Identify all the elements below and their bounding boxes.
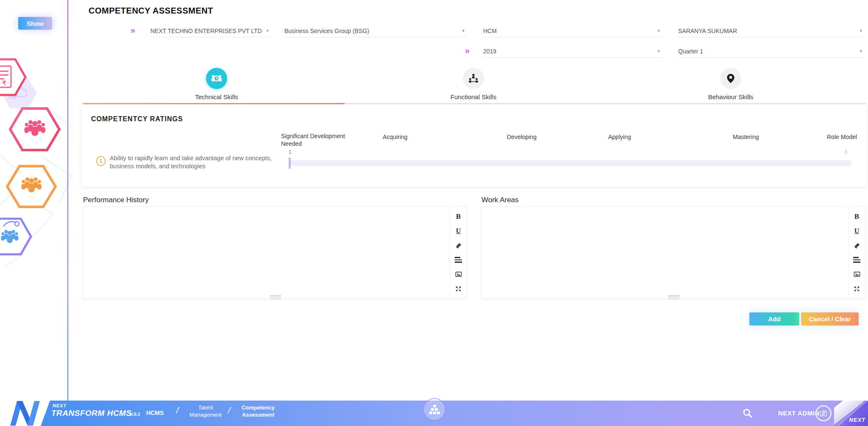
sidebar-divider xyxy=(67,0,68,401)
performance-history-label: Performance History xyxy=(83,196,149,204)
tab-behaviour-skills-label: Behaviour Skills xyxy=(684,93,777,100)
scale-label-role-model: Role Model xyxy=(827,134,857,140)
bold-icon[interactable]: B xyxy=(454,212,463,221)
double-chevron-icon: » xyxy=(131,25,135,35)
work-areas-textarea[interactable] xyxy=(481,207,848,298)
performance-history-editor: B U xyxy=(83,206,467,299)
insert-image-icon[interactable] xyxy=(454,270,463,279)
breadcrumb-competency-assessment[interactable]: Competency Assessment xyxy=(236,404,281,418)
department-select[interactable]: HCM ▾ xyxy=(483,25,662,37)
scale-label-mastering: Mastering xyxy=(733,134,759,140)
add-button[interactable]: Add xyxy=(749,312,799,326)
editor-toolbar: B U xyxy=(848,207,865,298)
editor-resize-handle[interactable] xyxy=(668,295,679,299)
sidebar-hexagon-decorations: ₹ xyxy=(0,51,72,267)
workforce-group-hexagon-icon[interactable] xyxy=(7,166,56,207)
year-select-value: 2019 xyxy=(483,48,496,55)
show-button[interactable]: Show xyxy=(18,17,52,30)
search-icon[interactable] xyxy=(742,407,753,419)
next-logo xyxy=(7,399,46,426)
breadcrumb-hcms[interactable]: HCMS xyxy=(146,409,164,416)
page-title: COMPETENCY ASSESSMENT xyxy=(89,6,213,16)
business-group-select-value: Business Services Group (BSG) xyxy=(284,28,369,34)
quarter-select-value: Quarter 1 xyxy=(678,48,703,55)
chevron-down-icon: ▾ xyxy=(860,48,862,54)
scale-label-significant-development: Significant Development Needed xyxy=(281,132,359,148)
chevron-down-icon: ▾ xyxy=(266,28,269,33)
employee-select-value: SARANYA SUKUMAR xyxy=(678,28,737,34)
quarter-select[interactable]: Quarter 1 ▾ xyxy=(678,45,865,58)
tab-technical-skills[interactable]: Technical Skills xyxy=(170,68,263,100)
camera-off-icon xyxy=(819,409,828,418)
company-select-value: NEXT TECHNO ENTERPRISES PVT LTD xyxy=(150,28,262,34)
align-lines-icon[interactable] xyxy=(852,255,862,265)
apps-menu-button[interactable] xyxy=(423,398,446,421)
tab-behaviour-skills[interactable]: Behaviour Skills xyxy=(684,68,777,100)
insert-image-icon[interactable] xyxy=(852,270,862,279)
expand-icon[interactable] xyxy=(852,284,862,293)
scale-label-acquiring: Acquiring xyxy=(383,134,407,140)
scale-label-applying: Applying xyxy=(608,134,631,140)
breadcrumb-talent-management[interactable]: Talent Management xyxy=(186,404,225,418)
avatar[interactable] xyxy=(815,405,832,421)
eraser-icon[interactable] xyxy=(852,241,862,250)
brand-next-label: NEXT xyxy=(53,403,67,408)
corner-next-label: NEXT xyxy=(849,417,865,423)
underline-icon[interactable]: U xyxy=(852,226,862,236)
double-chevron-icon: » xyxy=(465,46,470,56)
align-lines-icon[interactable] xyxy=(454,255,463,265)
competency-assessment-screen: ₹ Show COMPETENCY ASSESSMENT » NEXT TECH… xyxy=(0,0,868,426)
ratings-heading: COMPETENTCY RATINGS xyxy=(91,115,183,123)
people-clock-icon xyxy=(211,72,223,84)
editor-resize-handle[interactable] xyxy=(270,295,281,299)
brand-title: TRANSFORM HCMS xyxy=(51,409,132,418)
cancel-clear-button[interactable]: Cancel / Clear xyxy=(801,312,859,326)
talent-group-hexagon-icon[interactable] xyxy=(10,109,59,150)
brand-version: V.0.1 xyxy=(130,412,140,417)
tab-technical-skills-label: Technical Skills xyxy=(170,93,263,100)
competency-ratings-card: COMPETENTCY RATINGS Significant Developm… xyxy=(82,104,866,187)
expand-icon[interactable] xyxy=(454,284,463,293)
org-chart-icon xyxy=(468,73,479,84)
rating-item-description: Ability to rapidly learn and take advant… xyxy=(110,154,296,170)
chevron-down-icon: ▾ xyxy=(462,28,465,33)
work-areas-label: Work Areas xyxy=(481,196,519,204)
hierarchy-icon xyxy=(429,405,440,414)
footer-bar: NEXT TRANSFORM HCMS V.0.1 HCMS / Talent … xyxy=(0,401,868,426)
collaboration-hexagon-icon[interactable] xyxy=(0,219,31,254)
editor-toolbar: B U xyxy=(450,207,467,298)
breadcrumb-separator: / xyxy=(228,406,231,415)
slider-max-value: 6 xyxy=(845,149,848,155)
performance-history-textarea[interactable] xyxy=(83,207,450,298)
svg-text:₹: ₹ xyxy=(3,80,6,86)
department-select-value: HCM xyxy=(483,28,497,34)
tab-functional-skills-label: Functional Skills xyxy=(427,93,520,100)
work-areas-editor: B U xyxy=(481,206,865,299)
bold-icon[interactable]: B xyxy=(852,212,862,221)
chevron-down-icon: ▾ xyxy=(657,48,660,54)
next-corner-fold[interactable]: NEXT xyxy=(834,401,868,426)
slider-min-value: 1 xyxy=(289,149,292,155)
scale-label-developing: Developing xyxy=(507,134,537,140)
rating-slider-track[interactable] xyxy=(291,160,851,166)
underline-icon[interactable]: U xyxy=(454,226,463,236)
company-select[interactable]: NEXT TECHNO ENTERPRISES PVT LTD ▾ xyxy=(150,25,271,37)
breadcrumb-separator: / xyxy=(176,406,179,415)
employee-select[interactable]: SARANYA SUKUMAR ▾ xyxy=(678,25,865,37)
chevron-down-icon: ▾ xyxy=(860,28,862,33)
year-select[interactable]: 2019 ▾ xyxy=(483,45,662,58)
map-pin-icon xyxy=(725,73,736,84)
user-name[interactable]: NEXT ADMIN xyxy=(778,409,820,417)
rating-item-number-badge: 1 xyxy=(96,156,106,166)
business-group-select[interactable]: Business Services Group (BSG) ▾ xyxy=(284,25,467,37)
eraser-icon[interactable] xyxy=(454,241,463,250)
tab-functional-skills[interactable]: Functional Skills xyxy=(427,68,520,100)
chevron-down-icon: ▾ xyxy=(657,28,660,33)
